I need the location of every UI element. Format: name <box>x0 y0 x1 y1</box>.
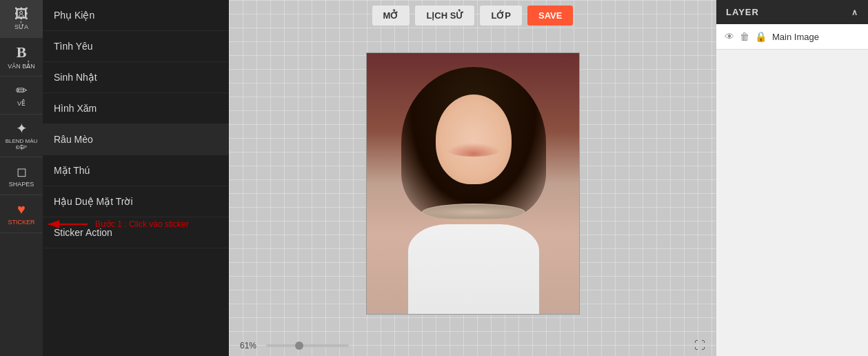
sticker-menu-hinh-xam[interactable]: Hình Xăm <box>43 93 229 124</box>
portrait-necklace <box>422 204 525 221</box>
left-toolbar: 🖼 SỬA B VĂN BẢN ✏ VẼ ✦ BLEND MÀU ĐẸP ◻ S… <box>0 0 43 356</box>
canvas-container <box>229 31 716 335</box>
sticker-menu-sticker-action[interactable]: Sticker Action <box>43 217 229 248</box>
save-button[interactable]: SAVE <box>527 6 573 26</box>
bottom-toolbar: 61% ⛶ <box>229 335 716 356</box>
lop-button[interactable]: LỚP <box>480 6 522 26</box>
main-canvas-area: MỞ LỊCH SỬ LỚP SAVE 61% ⛶ <box>229 0 716 356</box>
top-toolbar: MỞ LỊCH SỬ LỚP SAVE <box>229 0 716 31</box>
tool-shapes[interactable]: ◻ SHAPES <box>0 157 43 195</box>
blend-icon: ✦ <box>16 120 28 137</box>
tool-ve[interactable]: ✏ VẼ <box>0 77 43 115</box>
layer-title: LAYER <box>726 7 759 17</box>
zoom-level: 61% <box>240 341 261 350</box>
layer-panel-header: LAYER ∧ <box>716 0 868 24</box>
sticker-menu-mat-thu[interactable]: Mặt Thú <box>43 155 229 186</box>
expand-icon[interactable]: ⛶ <box>694 339 705 352</box>
tool-sticker[interactable]: ♥ STICKER Bước 1 : Click vào sticker <box>0 195 43 233</box>
portrait-face <box>436 95 512 184</box>
van-ban-icon: B <box>17 43 27 61</box>
ve-icon: ✏ <box>16 82 28 99</box>
lich-su-button[interactable]: LỊCH SỬ <box>415 6 474 26</box>
sua-icon: 🖼 <box>14 6 28 22</box>
sticker-panel: Phụ Kiện Tình Yêu Sinh Nhật Hình Xăm Râu… <box>43 0 229 356</box>
portrait-lips <box>446 143 501 157</box>
layer-panel: LAYER ∧ 👁 🗑 🔒 Main Image <box>716 0 868 356</box>
sticker-icon: ♥ <box>17 201 26 217</box>
layer-item-main[interactable]: 👁 🗑 🔒 Main Image <box>716 24 868 50</box>
sticker-menu-hau-due[interactable]: Hậu Duệ Mặt Trời <box>43 186 229 217</box>
zoom-thumb[interactable] <box>295 342 303 350</box>
layer-delete-icon[interactable]: 🗑 <box>740 31 749 42</box>
shapes-icon: ◻ <box>17 164 27 179</box>
tool-blend[interactable]: ✦ BLEND MÀU ĐẸP <box>0 115 43 157</box>
layer-collapse-icon[interactable]: ∧ <box>851 8 858 17</box>
tool-sua[interactable]: 🖼 SỬA <box>0 0 43 38</box>
tool-van-ban[interactable]: B VĂN BẢN <box>0 38 43 77</box>
sticker-menu-tinh-yeu[interactable]: Tình Yêu <box>43 31 229 62</box>
zoom-slider[interactable] <box>266 344 349 347</box>
layer-visibility-icon[interactable]: 👁 <box>725 31 734 42</box>
mo-button[interactable]: MỞ <box>372 6 410 26</box>
layer-lock-icon[interactable]: 🔒 <box>755 31 767 42</box>
layer-item-name: Main Image <box>772 32 860 42</box>
sticker-menu-phu-kien[interactable]: Phụ Kiện <box>43 0 229 31</box>
portrait-dress <box>408 224 539 314</box>
sticker-menu-rau-meo[interactable]: Râu Mèo Click vào sticker râu mèo <box>43 124 229 155</box>
sticker-menu-sinh-nhat[interactable]: Sinh Nhật <box>43 62 229 93</box>
photo-frame <box>366 52 580 315</box>
